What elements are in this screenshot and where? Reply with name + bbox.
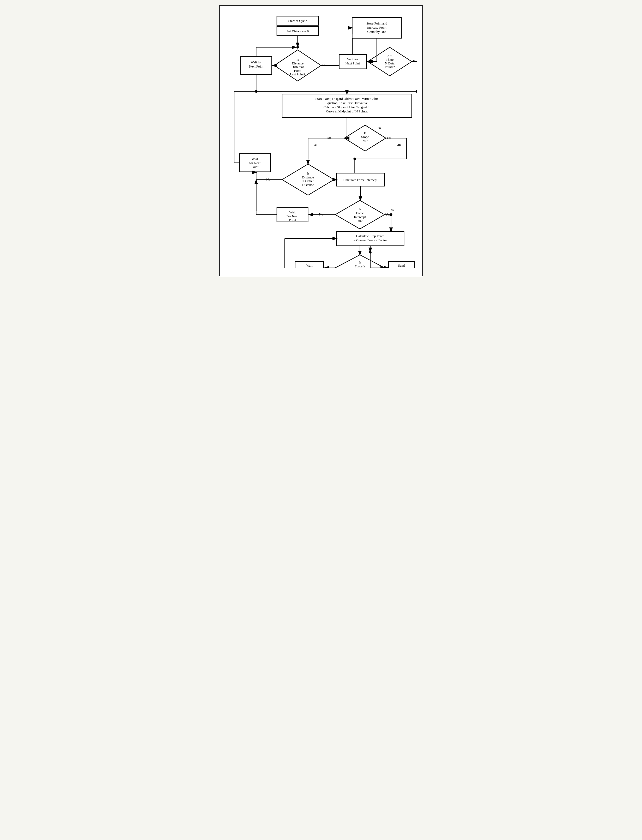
calc-stop-force-line2: = Current Force x Factor [353,238,387,242]
store-point-line2: Increase Point [367,26,386,29]
set-distance-label: Set Distance = 0 [287,29,309,33]
label-39: 39 [314,143,318,146]
wait3-line3: Point [251,165,259,169]
force-gte-line1: Is [359,260,361,264]
dist-diff-line2: Distance [292,61,303,65]
wait4-line1: Wait [289,210,296,214]
wait3-line1: Wait [251,157,258,161]
store-discard-line2: Equation, Take First Derivative, [326,101,369,105]
wait4-line2: For Next [286,214,298,218]
wait2-line1: Wait for [347,57,358,61]
store-point-line1: Store Point and [366,21,387,25]
send-stop-line1: Send [398,263,405,267]
send-stop-line2: Stop [398,267,404,268]
n-points-line4: Points? [385,65,395,69]
label-40: 40 [391,208,394,211]
store-discard-line1: Store Point, Disgard Oldest Point. Write… [316,97,379,101]
wait1-line2: Next Point [249,65,264,68]
junction-dot-1 [297,46,299,49]
wait2-line2: Next Point [345,61,360,65]
no-slope: No [327,136,331,140]
dist-offset-line1: Is [307,171,309,175]
wait3-line2: for Next [249,161,261,165]
n-points-line3: N Data [385,61,394,65]
yes-force-intercept: Yes [386,212,391,216]
yes-label-dist-diff: Yes [322,63,327,67]
wait-force-line1: Wait [306,263,312,267]
dist-diff-line3: Different [292,65,304,69]
force-intercept-line1: Is [359,207,361,211]
store-discard-line3: Calculate Slope of Line Tangent to [324,105,371,109]
wait4-line3: Point [289,218,296,222]
slope-line3: <0? [362,139,368,143]
label-38: -38 [396,143,401,146]
force-gte-line2: Force ≥ [355,264,365,268]
dist-diff-line4: From [294,68,302,73]
flowchart-container: Start of Cycle Set Distance = 0 Is Dista… [219,5,423,276]
dist-diff-line1: Is [297,58,299,62]
dist-diff-line5: Last Point? [290,72,305,76]
force-intercept-line4: <0? [357,219,362,223]
junction-dot-right [416,90,417,93]
junction-dot-center [345,90,348,93]
force-intercept-line3: Intercept [354,215,366,219]
slope-line1: Is [364,131,366,135]
yes-slope: Yes [386,136,391,140]
dist-offset-line3: > Offset [303,179,314,183]
calc-stop-force-line1: Calculate Stop Force [356,234,384,238]
n-points-line2: There [386,58,394,62]
yes-n-points: Yes [413,59,417,63]
dist-offset-line4: Distance [302,183,314,187]
start-of-cycle-label: Start of Cycle [289,19,307,23]
calc-force-intercept-label: Calculate Force Intercept [344,178,378,182]
wait-force-line2: For next [304,267,315,268]
store-discard-line4: Curve at Midpoint of N Points. [326,109,368,113]
n-points-line1: Are [387,54,392,58]
force-intercept-line2: Force [356,211,364,215]
store-point-line3: Count by One [367,30,386,34]
no-dist-offset: No [266,177,271,181]
dist-offset-line2: Distance [302,175,314,179]
wait1-line1: Wait for [251,60,262,64]
label-37: 37 [378,126,381,130]
slope-line2: Slope [361,135,369,139]
no-force-intercept: No [319,212,323,216]
